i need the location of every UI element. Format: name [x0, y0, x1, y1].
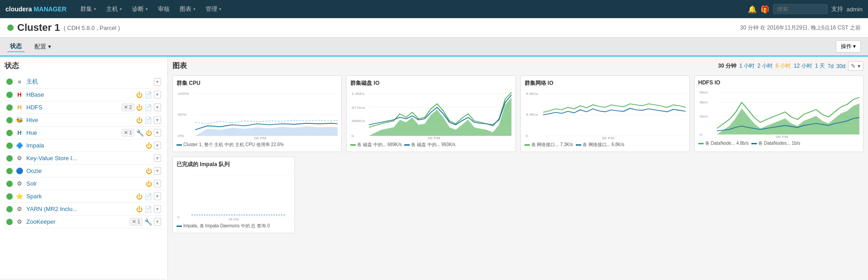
service-dropdown[interactable]: ▾ [154, 142, 161, 149]
svg-marker-16 [369, 98, 511, 136]
service-name-host[interactable]: 主机 [26, 78, 151, 86]
power-icon[interactable]: ⏻ [146, 129, 152, 137]
chevron-icon: ▾ [193, 7, 196, 11]
service-name-hive[interactable]: Hive [26, 117, 133, 123]
logo-manager: MANAGER [34, 5, 66, 13]
charts-row-2: 已完成的 Impala 队列 0 06 PM Impala, 各 Impala [172, 157, 863, 233]
service-name-hue[interactable]: Hue [26, 129, 119, 136]
service-dropdown[interactable]: ▾ [154, 154, 161, 162]
list-item: ⚙ Key-Value Store I... ▾ [5, 152, 163, 165]
search-input[interactable] [773, 4, 828, 14]
service-actions: ⏻ 📄 ▾ [136, 205, 161, 213]
time-filter-7d[interactable]: 7d [828, 63, 834, 69]
bell-icon[interactable]: 🔔 [748, 5, 757, 14]
legend-item: 各 DataNodes... 1b/s [751, 140, 800, 147]
gift-icon[interactable]: 🎁 [760, 5, 770, 14]
chevron-icon: ▾ [219, 7, 221, 11]
service-actions: ▾ [154, 154, 161, 162]
doc-icon[interactable]: 📄 [144, 91, 152, 98]
nav-item-host[interactable]: 主机 ▾ [102, 0, 127, 18]
time-filter-30m[interactable]: 30 分钟 [718, 62, 736, 70]
nav-item-audit[interactable]: 审核 [153, 0, 174, 18]
wrench-icon[interactable]: 🔧 [144, 218, 152, 226]
service-name-kvstore[interactable]: Key-Value Store I... [26, 155, 151, 162]
power-icon[interactable]: ⏻ [146, 142, 152, 149]
service-name-oozie[interactable]: Oozie [26, 167, 143, 174]
service-dropdown[interactable]: ▾ [154, 91, 161, 98]
service-name-hbase[interactable]: HBase [26, 91, 133, 98]
doc-icon[interactable]: 📄 [144, 206, 152, 213]
time-filters: 30 分钟 1 小时 2 小时 6 小时 12 小时 1 天 7d 30d ✎ … [718, 61, 863, 71]
service-dropdown[interactable]: ▾ [154, 129, 161, 137]
service-name-yarn[interactable]: YARN (MR2 Inclu... [26, 206, 133, 212]
service-name-spark[interactable]: Spark [26, 193, 133, 200]
power-icon[interactable]: ⏻ [136, 193, 142, 200]
service-name-zookeeper[interactable]: ZooKeeper [26, 218, 127, 225]
service-dropdown[interactable]: ▾ [154, 218, 161, 226]
service-dropdown[interactable]: ▾ [154, 192, 161, 200]
service-name-solr[interactable]: Solr [26, 180, 143, 187]
svg-text:1.4M/s: 1.4M/s [352, 92, 365, 96]
doc-icon[interactable]: 📄 [144, 117, 152, 124]
service-name-impala[interactable]: Impala [26, 142, 143, 149]
nav-item-diag[interactable]: 诊断 ▾ [128, 0, 152, 18]
cluster-info: Cluster 1 ( CDH 5.8.0 , Parcel ) [7, 22, 120, 34]
time-filter-30d[interactable]: 30d [836, 63, 845, 69]
time-filter-12h[interactable]: 12 小时 [794, 62, 812, 70]
doc-icon[interactable]: 📄 [144, 193, 152, 200]
time-filter-6h[interactable]: 6 小时 [775, 62, 791, 70]
power-icon[interactable]: ⏻ [146, 167, 152, 175]
sidebar-title: 状态 [5, 61, 163, 71]
service-name-hdfs[interactable]: HDFS [26, 104, 119, 111]
time-filter-2h[interactable]: 2 小时 [757, 62, 773, 70]
cpu-chart-svg: 100% 50% 0% 06 PM [177, 90, 338, 140]
chart-legend-netio: 各 网络接口... 7.3K/s 各 网络接口... 6.8K/s [525, 142, 686, 148]
nav-item-charts[interactable]: 图表 ▾ [175, 0, 200, 18]
doc-icon[interactable]: 📄 [144, 104, 152, 111]
chart-legend-impala: Impala, 各 Impala Daemons 中的 总 查询 0 [177, 223, 291, 229]
wrench-icon[interactable]: 🔧 [136, 129, 144, 137]
svg-text:977K/s: 977K/s [352, 106, 365, 110]
service-dropdown[interactable]: ▾ [154, 103, 161, 111]
time-filter-1d[interactable]: 1 天 [815, 62, 825, 70]
chevron-icon: ▾ [146, 7, 148, 11]
time-info: 30 分钟 在 2016年11月29日, 晚上6点16 CST 之前 [740, 24, 861, 32]
service-dropdown[interactable]: ▾ [154, 180, 161, 187]
service-status-dot [6, 168, 13, 174]
nav-items: 群集 ▾ 主机 ▾ 诊断 ▾ 审核 图表 ▾ 管理 ▾ [76, 0, 748, 18]
admin-link[interactable]: admin [847, 6, 863, 13]
service-badge: ✕ 1 [130, 218, 142, 226]
service-dropdown[interactable]: ▾ [154, 116, 161, 124]
power-icon[interactable]: ⏻ [136, 206, 142, 213]
sidebar: 状态 ≡ 主机 ▾ H HBase ⏻ 📄 ▾ [0, 57, 168, 279]
action-button[interactable]: 操作 ▾ [836, 40, 861, 53]
legend-item: 各 网络接口... 7.3K/s [525, 142, 573, 148]
tab-config[interactable]: 配置 ▾ [32, 42, 54, 52]
legend-label: 各 DataNode... 4.8b/s [705, 140, 749, 147]
legend-color [576, 144, 581, 146]
service-icon-host: ≡ [15, 79, 24, 85]
svg-text:0: 0 [525, 134, 528, 138]
tab-status[interactable]: 状态 [7, 41, 25, 52]
top-nav: cloudera MANAGER 群集 ▾ 主机 ▾ 诊断 ▾ 审核 图表 ▾ … [0, 0, 868, 18]
chart-canvas-impala: 0 06 PM [177, 171, 291, 221]
service-dropdown[interactable]: ▾ [154, 205, 161, 213]
nav-item-cluster[interactable]: 群集 ▾ [76, 0, 101, 18]
time-filter-1h[interactable]: 1 小时 [739, 62, 755, 70]
power-icon[interactable]: ⏻ [146, 180, 152, 187]
service-dropdown[interactable]: ▾ [154, 167, 161, 175]
nav-item-admin[interactable]: 管理 ▾ [201, 0, 226, 18]
service-icon-oozie: 🔵 [15, 167, 24, 174]
chart-edit-button[interactable]: ✎ ▾ [848, 61, 863, 71]
chart-canvas-netio: 9.8K/s 4.9K/s 0 06 PM [525, 90, 686, 140]
service-badge: ✕ 2 [122, 103, 134, 111]
power-icon[interactable]: ⏻ [136, 91, 142, 98]
support-link[interactable]: 支持 [831, 5, 843, 13]
hdfsio-chart-svg: 6b/s 4b/s 2b/s 0 06 PM [698, 88, 859, 138]
power-icon[interactable]: ⏻ [136, 104, 142, 111]
power-icon[interactable]: ⏻ [136, 117, 142, 124]
service-icon-hdfs: H [15, 104, 24, 111]
charts-title: 图表 [172, 61, 187, 71]
service-dropdown[interactable]: ▾ [154, 78, 161, 86]
charts-row-1: 群集 CPU 100% 50% 0% [172, 75, 863, 152]
